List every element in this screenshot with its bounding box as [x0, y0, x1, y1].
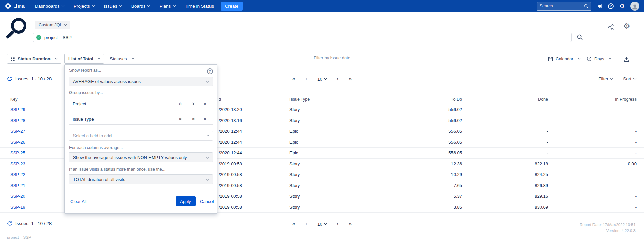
help-circle-icon[interactable]: ?	[207, 68, 213, 74]
done-cell: 826.89	[462, 183, 548, 188]
nav-menu: Dashboards Projects Issues Boards Plans …	[35, 4, 214, 9]
column-header-in-progress[interactable]: In Progress	[548, 97, 637, 102]
app-logo-magnifier-icon	[6, 18, 28, 40]
first-page-button[interactable]: «	[291, 221, 296, 227]
add-field-input[interactable]	[73, 133, 207, 138]
create-button[interactable]: Create	[221, 2, 243, 11]
issue-type-cell: Epic	[289, 140, 388, 145]
refresh-icon[interactable]	[7, 76, 12, 81]
nav-item-boards[interactable]: Boards	[131, 4, 150, 9]
chevron-down-icon	[324, 77, 327, 80]
page-size-dropdown[interactable]: 10	[317, 222, 327, 227]
query-mode-button[interactable]: Custom JQL	[35, 21, 70, 29]
multiple-visits-select[interactable]: TOTAL duration of all visits	[69, 174, 213, 184]
group-field-label: Project	[73, 101, 86, 106]
move-to-top-icon[interactable]: «	[178, 102, 183, 105]
last-page-button[interactable]: »	[348, 76, 353, 82]
clear-all-link[interactable]: Clear All	[70, 199, 86, 204]
export-icon[interactable]	[624, 54, 629, 64]
show-report-as-label: Show report as...	[69, 68, 101, 73]
move-to-bottom-icon[interactable]: «	[190, 117, 196, 121]
nav-item-dashboards[interactable]: Dashboards	[35, 4, 64, 9]
todo-cell: 12.36	[388, 161, 462, 166]
statuses-button[interactable]: Statuses	[110, 54, 134, 64]
issues-summary-top: Issues: 1 - 10 / 28	[7, 76, 52, 81]
done-cell: -	[462, 140, 548, 145]
report-as-select[interactable]: AVERAGE of values across issues	[69, 77, 213, 86]
filter-button[interactable]: Filter	[598, 76, 613, 81]
page-size-dropdown[interactable]: 10	[317, 77, 327, 82]
sort-button[interactable]: Sort	[623, 76, 636, 81]
nav-item-label: Projects	[74, 4, 90, 9]
previous-page-button[interactable]: ‹	[305, 76, 308, 82]
issue-type-cell: Story	[289, 205, 388, 210]
search-input[interactable]	[540, 4, 582, 8]
created-cell: /2020 12:44	[219, 140, 289, 145]
created-cell: /2020 13:16	[219, 118, 289, 123]
created-cell: /2019 00:58	[219, 183, 289, 188]
issue-date-filter-input[interactable]	[314, 55, 398, 60]
jira-brand[interactable]: Jira	[5, 3, 25, 10]
issue-key-link[interactable]: SSP-26	[10, 140, 25, 145]
cancel-link[interactable]: Cancel	[200, 199, 214, 204]
jql-input[interactable]	[44, 35, 568, 40]
next-page-button[interactable]: ›	[336, 221, 339, 227]
share-icon[interactable]	[608, 24, 615, 32]
column-header-created-fragment[interactable]: d	[219, 97, 289, 102]
calendar-label: Calendar	[556, 56, 573, 61]
issue-key-link[interactable]: SSP-27	[10, 129, 25, 134]
column-header-done[interactable]: Done	[462, 97, 548, 102]
next-page-button[interactable]: ›	[336, 76, 339, 82]
report-settings-gear-icon[interactable]: ⚙	[623, 22, 630, 30]
multiple-visits-label: If an issue visits a status more than on…	[69, 167, 165, 172]
brand-name: Jira	[14, 3, 25, 10]
todo-cell: 556.02	[388, 107, 462, 112]
issue-key-link[interactable]: SSP-29	[10, 107, 25, 112]
remove-field-icon[interactable]: ×	[203, 116, 207, 122]
view-type-button[interactable]: List of Total	[64, 54, 104, 64]
move-to-top-icon[interactable]: «	[178, 117, 183, 121]
nav-item-projects[interactable]: Projects	[74, 4, 95, 9]
columns-average-select[interactable]: Show the average of issues with NON-EMPT…	[69, 152, 213, 162]
search-icon	[584, 4, 588, 8]
in-progress-cell: -	[548, 205, 637, 210]
filter-sort-controls: Filter Sort	[598, 76, 636, 81]
help-icon[interactable]: ?	[608, 3, 614, 9]
issue-key-link[interactable]: SSP-19	[10, 205, 25, 210]
issue-key-link[interactable]: SSP-20	[10, 194, 25, 199]
nav-right: ? ⚙	[537, 2, 639, 11]
announcements-megaphone-icon[interactable]	[597, 4, 602, 9]
previous-page-button[interactable]: ‹	[305, 221, 308, 227]
remove-field-icon[interactable]: ×	[203, 101, 207, 107]
pagination-top: « ‹ 10 › »	[291, 76, 353, 82]
issue-key-link[interactable]: SSP-25	[10, 150, 25, 155]
calendar-button[interactable]: Calendar	[548, 54, 580, 64]
avatar[interactable]	[630, 2, 639, 11]
in-progress-cell: -	[548, 172, 637, 177]
time-units-button[interactable]: Days	[587, 54, 611, 64]
nav-item-time-in-status[interactable]: Time in Status	[185, 4, 214, 9]
nav-item-plans[interactable]: Plans	[159, 4, 175, 9]
report-type-button[interactable]: Status Duration	[7, 54, 61, 64]
issue-key-link[interactable]: SSP-21	[10, 183, 25, 188]
last-page-button[interactable]: »	[348, 221, 353, 227]
column-header-issue-type[interactable]: Issue Type	[289, 97, 388, 102]
issue-key-link[interactable]: SSP-22	[10, 172, 25, 177]
move-to-bottom-icon[interactable]: «	[190, 102, 196, 105]
in-progress-cell: -	[548, 129, 637, 134]
column-header-todo[interactable]: To Do	[388, 97, 462, 102]
issue-key-link[interactable]: SSP-28	[10, 118, 25, 123]
nav-item-issues[interactable]: Issues	[104, 4, 122, 9]
todo-cell: 556.02	[388, 118, 462, 123]
report-date-text: Report Date: 17/Mar/2022 13:51	[580, 222, 636, 228]
first-page-button[interactable]: «	[291, 76, 296, 82]
nav-item-label: Dashboards	[35, 4, 60, 9]
in-progress-cell: -	[548, 183, 637, 188]
issue-key-link[interactable]: SSP-23	[10, 161, 25, 166]
chevron-down-icon	[97, 57, 100, 59]
refresh-icon[interactable]	[7, 221, 12, 226]
gear-icon[interactable]: ⚙	[620, 3, 625, 9]
jql-search-icon[interactable]	[577, 34, 583, 41]
apply-button[interactable]: Apply	[176, 196, 196, 206]
issue-type-cell: Story	[289, 172, 388, 177]
